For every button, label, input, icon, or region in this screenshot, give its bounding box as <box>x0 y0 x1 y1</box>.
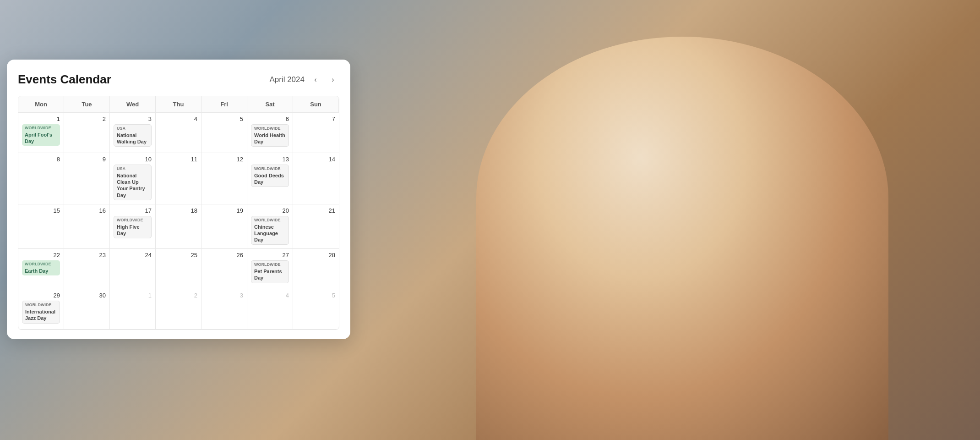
cell-number: 14 <box>297 156 335 163</box>
cell-number: 27 <box>251 252 289 258</box>
cell-number: 18 <box>159 207 197 214</box>
event-name: National Walking Day <box>117 132 148 145</box>
calendar-cell[interactable]: 1WorldwideApril Fool's Day <box>18 113 64 153</box>
calendar-cell[interactable]: 2 <box>64 113 110 153</box>
prev-month-button[interactable]: ‹ <box>309 73 322 86</box>
calendar-cell[interactable]: 9 <box>64 153 110 204</box>
calendar-cell[interactable]: 18 <box>156 204 201 249</box>
calendar-cell[interactable]: 26 <box>201 249 247 289</box>
calendar-cell[interactable]: 2 <box>156 289 201 330</box>
day-header-tue: Tue <box>64 96 110 113</box>
day-header-thu: Thu <box>156 96 201 113</box>
cell-number: 23 <box>68 252 106 258</box>
event-tag[interactable]: WorldwideHigh Five Day <box>114 216 152 238</box>
event-name: Chinese Language Day <box>254 224 286 243</box>
calendar-cell[interactable]: 11 <box>156 153 201 204</box>
cell-number: 5 <box>297 292 335 299</box>
event-tag[interactable]: WorldwideEarth Day <box>22 260 60 275</box>
event-name: Earth Day <box>25 268 57 274</box>
event-region: USA <box>117 166 148 172</box>
event-region: Worldwide <box>254 126 286 132</box>
calendar-cell[interactable]: 14 <box>293 153 339 204</box>
event-tag[interactable]: WorldwideChinese Language Day <box>251 216 289 245</box>
calendar-cell[interactable]: 6WorldwideWorld Health Day <box>247 113 293 153</box>
month-navigation: April 2024 ‹ › <box>269 73 339 86</box>
calendar-cell[interactable]: 8 <box>18 153 64 204</box>
day-header-sun: Sun <box>293 96 339 113</box>
cell-number: 25 <box>159 252 197 258</box>
cell-number: 3 <box>205 292 243 299</box>
cell-number: 10 <box>114 156 152 163</box>
calendar-cell[interactable]: 5 <box>201 113 247 153</box>
month-label: April 2024 <box>269 75 305 84</box>
calendar-cell[interactable]: 24 <box>110 249 156 289</box>
cell-number: 19 <box>205 207 243 214</box>
calendar-cell[interactable]: 10USANational Clean Up Your Pantry Day <box>110 153 156 204</box>
event-tag[interactable]: USANational Clean Up Your Pantry Day <box>114 165 152 200</box>
event-region: USA <box>117 126 148 132</box>
event-region: Worldwide <box>254 262 286 268</box>
cell-number: 16 <box>68 207 106 214</box>
cell-number: 7 <box>297 116 335 122</box>
calendar-cell[interactable]: 3USANational Walking Day <box>110 113 156 153</box>
calendar-cell[interactable]: 4 <box>247 289 293 330</box>
event-name: International Jazz Day <box>25 308 57 322</box>
event-name: April Fool's Day <box>25 132 57 145</box>
cell-number: 6 <box>251 116 289 122</box>
calendar-cell[interactable]: 15 <box>18 204 64 249</box>
cell-number: 22 <box>22 252 60 258</box>
calendar-cell[interactable]: 12 <box>201 153 247 204</box>
calendar-cell[interactable]: 16 <box>64 204 110 249</box>
cell-number: 2 <box>159 292 197 299</box>
cell-number: 5 <box>205 116 243 122</box>
cell-number: 15 <box>22 207 60 214</box>
cell-number: 3 <box>114 116 152 122</box>
cell-number: 2 <box>68 116 106 122</box>
calendar-cell[interactable]: 30 <box>64 289 110 330</box>
cell-number: 9 <box>68 156 106 163</box>
calendar-cell[interactable]: 7 <box>293 113 339 153</box>
event-tag[interactable]: WorldwideApril Fool's Day <box>22 124 60 146</box>
event-name: World Health Day <box>254 132 286 145</box>
next-month-button[interactable]: › <box>327 73 339 86</box>
event-name: High Five Day <box>117 224 148 237</box>
calendar-cell[interactable]: 22WorldwideEarth Day <box>18 249 64 289</box>
cell-number: 17 <box>114 207 152 214</box>
calendar-cell[interactable]: 19 <box>201 204 247 249</box>
day-header-sat: Sat <box>247 96 293 113</box>
calendar-cell[interactable]: 4 <box>156 113 201 153</box>
event-name: Pet Parents Day <box>254 268 286 281</box>
event-tag[interactable]: WorldwideInternational Jazz Day <box>22 301 60 323</box>
calendar-cell[interactable]: 21 <box>293 204 339 249</box>
calendar-cell[interactable]: 29WorldwideInternational Jazz Day <box>18 289 64 330</box>
calendar-cell[interactable]: 13WorldwideGood Deeds Day <box>247 153 293 204</box>
calendar-cell[interactable]: 1 <box>110 289 156 330</box>
calendar-header: Events Calendar April 2024 ‹ › <box>18 72 339 87</box>
cell-number: 21 <box>297 207 335 214</box>
calendar-cell[interactable]: 25 <box>156 249 201 289</box>
calendar-cell[interactable]: 3 <box>201 289 247 330</box>
event-tag[interactable]: WorldwidePet Parents Day <box>251 260 289 283</box>
cell-number: 4 <box>159 116 197 122</box>
cell-number: 1 <box>22 116 60 122</box>
event-tag[interactable]: WorldwideGood Deeds Day <box>251 165 289 187</box>
event-region: Worldwide <box>254 218 286 223</box>
event-tag[interactable]: WorldwideWorld Health Day <box>251 124 289 147</box>
event-tag[interactable]: USANational Walking Day <box>114 124 152 147</box>
event-name: Good Deeds Day <box>254 172 286 186</box>
cell-number: 29 <box>22 292 60 299</box>
cell-number: 12 <box>205 156 243 163</box>
calendar-cell[interactable]: 27WorldwidePet Parents Day <box>247 249 293 289</box>
cell-number: 13 <box>251 156 289 163</box>
calendar-cell[interactable]: 5 <box>293 289 339 330</box>
event-region: Worldwide <box>25 302 57 308</box>
calendar-cell[interactable]: 20WorldwideChinese Language Day <box>247 204 293 249</box>
cell-number: 20 <box>251 207 289 214</box>
event-region: Worldwide <box>117 218 148 223</box>
day-header-wed: Wed <box>110 96 156 113</box>
calendar-cell[interactable]: 23 <box>64 249 110 289</box>
event-name: National Clean Up Your Pantry Day <box>117 172 148 198</box>
calendar-cell[interactable]: 17WorldwideHigh Five Day <box>110 204 156 249</box>
calendar-cell[interactable]: 28 <box>293 249 339 289</box>
cell-number: 4 <box>251 292 289 299</box>
